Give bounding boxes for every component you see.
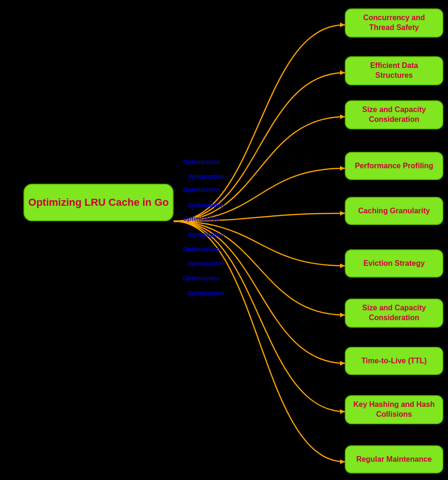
branch-label-b4: Performance Profiling (355, 161, 433, 171)
opt-label-b10: Optimization (188, 290, 225, 297)
opt-label-b5: Optimization (183, 215, 220, 222)
opt-label-b2: Optimization (188, 173, 225, 180)
svg-marker-4 (340, 211, 345, 216)
branch-node-b1: Concurrency and Thread Safety (345, 8, 443, 38)
branch-node-b5: Caching Granularity (345, 197, 443, 225)
svg-marker-9 (340, 459, 345, 464)
branch-label-b8: Time-to-Live (TTL) (361, 356, 426, 366)
opt-label-b1: Optimization (183, 158, 220, 165)
svg-marker-8 (340, 409, 345, 414)
branch-node-b6: Eviction Strategy (345, 249, 443, 278)
branch-node-b4: Performance Profiling (345, 152, 443, 180)
branch-label-b3: Size and Capacity Consideration (351, 105, 437, 125)
opt-label-b6: Optimization (188, 231, 225, 238)
svg-marker-5 (340, 263, 345, 268)
svg-marker-0 (340, 22, 345, 27)
branch-node-b9: Key Hashing and Hash Collisions (345, 395, 443, 424)
opt-label-b3: Optimization (183, 186, 220, 193)
svg-marker-6 (340, 313, 345, 317)
branch-label-b6: Eviction Strategy (364, 259, 425, 269)
branch-label-b2: Efficient Data Structures (351, 61, 437, 81)
opt-label-b8: Optimization (188, 260, 225, 267)
svg-marker-3 (340, 166, 345, 171)
branch-label-b9: Key Hashing and Hash Collisions (351, 400, 437, 420)
center-node-label: Optimizing LRU Cache in Go (28, 196, 168, 210)
branch-node-b7: Size and Capacity Consideration (345, 299, 443, 328)
svg-marker-2 (340, 114, 345, 119)
svg-marker-1 (340, 70, 345, 75)
opt-label-b4: Optimization (188, 202, 225, 209)
branch-label-b5: Caching Granularity (358, 206, 430, 216)
branch-node-b10: Regular Maintenance (345, 445, 443, 473)
opt-label-b9: Optimization (183, 275, 220, 282)
center-node: Optimizing LRU Cache in Go (23, 184, 174, 221)
svg-marker-7 (340, 361, 345, 366)
branch-label-b1: Concurrency and Thread Safety (351, 13, 437, 33)
branch-node-b3: Size and Capacity Consideration (345, 100, 443, 129)
branch-label-b10: Regular Maintenance (357, 455, 432, 465)
opt-label-b7: Optimization (183, 246, 220, 253)
branch-node-b8: Time-to-Live (TTL) (345, 347, 443, 375)
branch-node-b2: Efficient Data Structures (345, 56, 443, 85)
branch-label-b7: Size and Capacity Consideration (351, 303, 437, 323)
